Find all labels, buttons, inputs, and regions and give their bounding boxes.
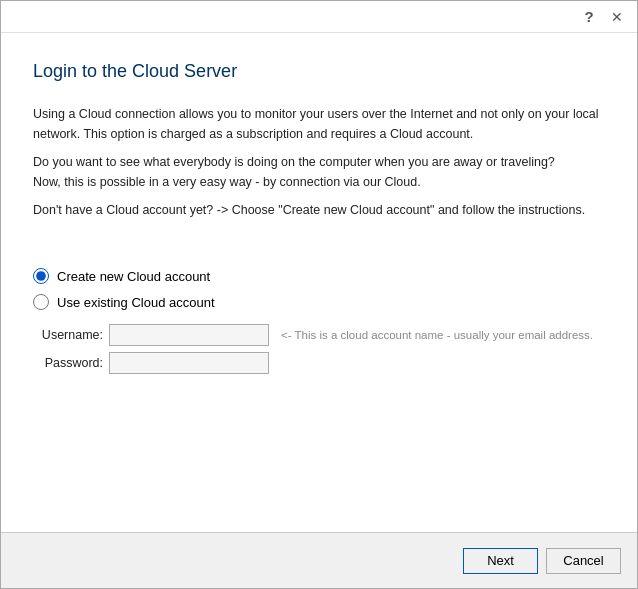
help-button[interactable]: ? [577,5,601,29]
create-account-radio[interactable] [33,268,49,284]
description-block: Using a Cloud connection allows you to m… [33,104,605,228]
description-line-1: Using a Cloud connection allows you to m… [33,104,605,144]
username-input[interactable] [109,324,269,346]
next-button[interactable]: Next [463,548,538,574]
username-row: Username: <- This is a cloud account nam… [33,324,605,346]
main-window: ? ✕ Login to the Cloud Server Using a Cl… [0,0,638,589]
options-section: Create new Cloud account Use existing Cl… [33,268,605,310]
password-label: Password: [33,356,103,370]
password-row: Password: [33,352,605,374]
create-account-option[interactable]: Create new Cloud account [33,268,605,284]
main-content: Login to the Cloud Server Using a Cloud … [1,33,637,532]
cancel-button[interactable]: Cancel [546,548,621,574]
password-input[interactable] [109,352,269,374]
existing-account-option[interactable]: Use existing Cloud account [33,294,605,310]
close-button[interactable]: ✕ [605,5,629,29]
username-label: Username: [33,328,103,342]
create-account-label: Create new Cloud account [57,269,210,284]
existing-account-label: Use existing Cloud account [57,295,215,310]
description-line-3: Don't have a Cloud account yet? -> Choos… [33,200,605,220]
title-bar-buttons: ? ✕ [577,5,629,29]
username-hint: <- This is a cloud account name - usuall… [281,329,593,341]
page-title: Login to the Cloud Server [33,61,605,82]
title-bar: ? ✕ [1,1,637,33]
footer: Next Cancel [1,532,637,588]
form-fields: Username: <- This is a cloud account nam… [33,324,605,374]
existing-account-radio[interactable] [33,294,49,310]
description-line-2: Do you want to see what everybody is doi… [33,152,605,192]
